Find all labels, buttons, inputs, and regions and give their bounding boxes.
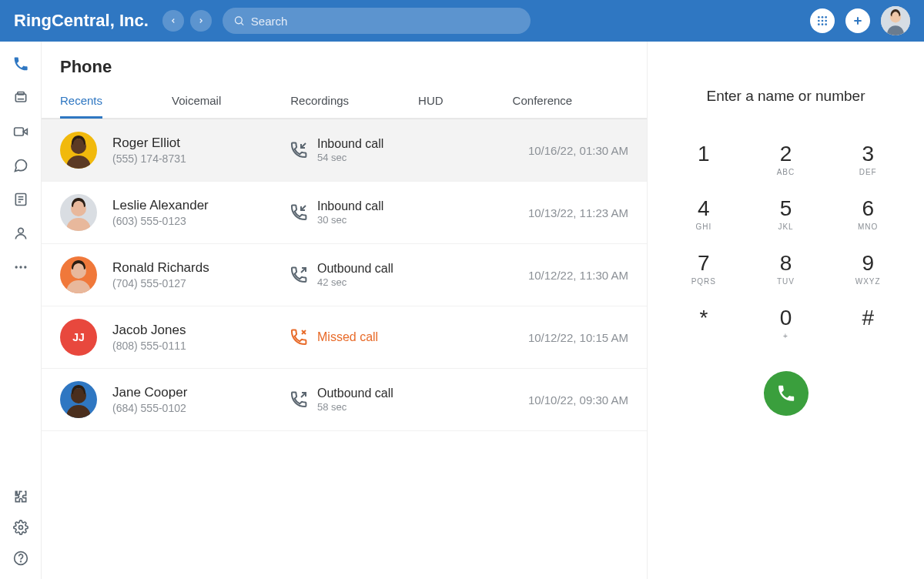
add-button[interactable]	[845, 8, 870, 33]
svg-point-2	[818, 16, 820, 18]
call-name: Jane Cooper	[112, 385, 274, 400]
dialpad-key-1[interactable]: 1	[682, 142, 726, 176]
call-name: Ronald Richards	[112, 260, 274, 276]
call-timestamp: 10/10/22, 09:30 AM	[528, 393, 628, 407]
call-duration: 54 sec	[317, 152, 383, 163]
brand-logo: RingCentral, Inc.	[14, 11, 149, 31]
dialpad-icon	[816, 15, 829, 27]
dialpad-key-7[interactable]: 7PQRS	[682, 251, 726, 286]
call-person: Leslie Alexander(603) 555-0123	[112, 198, 274, 227]
tab-recents[interactable]: Recents	[60, 86, 102, 119]
sidebar-item-fax[interactable]	[11, 88, 31, 108]
user-avatar[interactable]	[881, 6, 910, 35]
dialpad-key-0[interactable]: 0+	[764, 306, 808, 340]
dialpad-key-3[interactable]: 3DEF	[846, 142, 890, 176]
call-row[interactable]: Leslie Alexander(603) 555-0123Inbound ca…	[42, 182, 647, 244]
call-row[interactable]: Ronald Richards(704) 555-0127Outbound ca…	[42, 244, 647, 306]
nav-forward-button[interactable]	[190, 10, 212, 32]
dialpad-key-digit: 0	[780, 306, 792, 330]
dialpad-key-letters: ABC	[777, 168, 795, 176]
svg-rect-18	[14, 128, 23, 136]
sidebar-item-help[interactable]	[11, 548, 31, 568]
dialpad-key-digit: #	[862, 306, 874, 330]
help-icon	[13, 551, 28, 566]
sidebar-item-video[interactable]	[11, 122, 31, 142]
call-person: Jacob Jones(808) 555-0111	[112, 323, 274, 352]
sidebar-item-apps[interactable]	[11, 487, 31, 507]
call-number: (555) 174-8731	[112, 152, 274, 165]
sidebar-item-more[interactable]	[11, 257, 31, 277]
dial-button[interactable]	[764, 371, 808, 416]
sidebar	[0, 42, 42, 579]
call-number: (808) 555-0111	[112, 340, 274, 352]
tab-recordings[interactable]: Recordings	[290, 86, 349, 118]
search-field[interactable]	[223, 8, 531, 34]
dialpad-key-5[interactable]: 5JKL	[764, 196, 808, 231]
dialpad-key-digit: 5	[780, 196, 792, 221]
call-number: (603) 555-0123	[112, 215, 274, 227]
call-avatar: JJ	[60, 319, 97, 356]
sidebar-item-phone[interactable]	[11, 54, 31, 74]
dialpad-key-2[interactable]: 2ABC	[764, 142, 808, 176]
call-type-icon	[290, 328, 308, 346]
sidebar-item-contacts[interactable]	[11, 223, 31, 243]
call-avatar	[60, 194, 97, 231]
call-type-label: Missed call	[317, 330, 378, 344]
call-avatar	[60, 381, 97, 418]
text-icon	[13, 192, 28, 207]
svg-point-25	[15, 266, 17, 268]
dialpad-key-#[interactable]: #	[846, 306, 890, 340]
svg-line-1	[241, 23, 243, 25]
call-duration: 30 sec	[317, 214, 383, 226]
avatar-icon	[881, 6, 910, 35]
call-timestamp: 10/13/22, 11:23 AM	[528, 206, 628, 219]
dialpad-key-digit: *	[699, 306, 708, 330]
dialpad-key-6[interactable]: 6MNO	[846, 196, 890, 231]
call-name: Jacob Jones	[112, 323, 274, 338]
call-person: Roger Elliot(555) 174-8731	[112, 136, 274, 165]
dialpad-key-letters: DEF	[859, 168, 877, 176]
sidebar-item-chat[interactable]	[11, 156, 31, 176]
dialpad-key-8[interactable]: 8TUV	[764, 251, 808, 286]
dialpad-key-letters: WXYZ	[855, 277, 881, 286]
call-row[interactable]: JJJacob Jones(808) 555-0111Missed call10…	[42, 306, 647, 369]
svg-point-3	[822, 16, 824, 18]
nav-back-button[interactable]	[162, 10, 184, 32]
dialpad-key-*[interactable]: *	[682, 306, 726, 340]
dialpad-button[interactable]	[810, 8, 835, 33]
chevron-left-icon	[169, 17, 177, 25]
chevron-right-icon	[197, 17, 205, 25]
search-input[interactable]	[251, 15, 520, 28]
call-avatar	[60, 256, 97, 293]
call-row[interactable]: Roger Elliot(555) 174-8731Inbound call54…	[42, 119, 647, 182]
call-type: Inbound call54 sec	[290, 137, 467, 163]
page-title: Phone	[42, 42, 647, 86]
dialpad-key-digit: 9	[862, 251, 874, 276]
svg-point-5	[818, 20, 820, 22]
svg-point-28	[18, 526, 22, 530]
tab-hud[interactable]: HUD	[418, 86, 444, 118]
svg-point-7	[825, 20, 827, 22]
svg-point-4	[825, 16, 827, 18]
sidebar-item-settings[interactable]	[11, 517, 31, 537]
call-type-icon	[290, 266, 308, 284]
call-row[interactable]: Jane Cooper(684) 555-0102Outbound call58…	[42, 369, 647, 431]
dialpad-key-digit: 7	[698, 251, 710, 276]
content-area: Phone RecentsVoicemailRecordingsHUDConfe…	[42, 42, 647, 579]
call-type: Outbound call42 sec	[290, 262, 467, 288]
dialpad-key-letters: MNO	[858, 223, 878, 231]
dialpad-key-9[interactable]: 9WXYZ	[846, 251, 890, 286]
svg-point-30	[20, 561, 21, 562]
svg-point-0	[235, 17, 242, 24]
fax-icon	[13, 90, 28, 105]
tab-conference[interactable]: Conference	[513, 86, 573, 118]
dialpad-key-digit: 4	[698, 196, 710, 221]
dialpad-key-4[interactable]: 4GHI	[682, 196, 726, 231]
svg-point-27	[24, 266, 26, 268]
call-type-label: Inbound call	[317, 199, 383, 213]
sidebar-item-text[interactable]	[11, 189, 31, 209]
svg-point-8	[818, 23, 820, 25]
tab-voicemail[interactable]: Voicemail	[172, 86, 221, 118]
call-duration: 58 sec	[317, 401, 393, 413]
dialer-prompt[interactable]: Enter a name or number	[707, 88, 865, 105]
